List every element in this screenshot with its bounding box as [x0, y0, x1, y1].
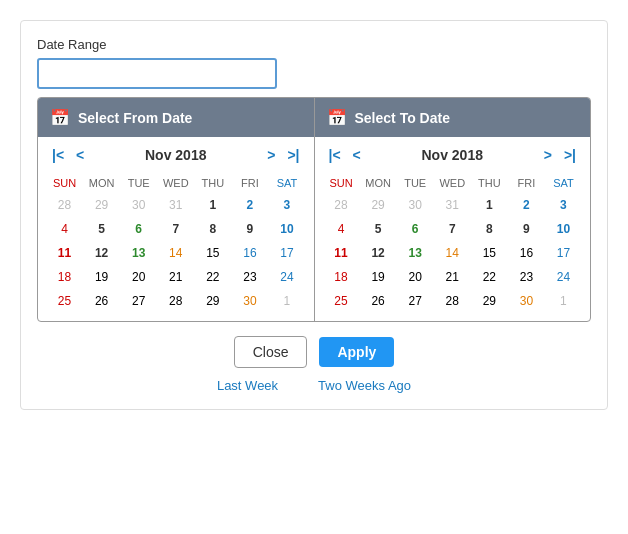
day-cell[interactable]: 12 [83, 241, 120, 265]
day-cell[interactable]: 18 [323, 265, 360, 289]
day-cell[interactable]: 30 [397, 193, 434, 217]
day-cell[interactable]: 5 [83, 217, 120, 241]
day-cell[interactable]: 14 [157, 241, 194, 265]
day-cell[interactable]: 31 [157, 193, 194, 217]
from-calendar-header: 📅 Select From Date [38, 98, 314, 137]
day-cell[interactable]: 29 [471, 289, 508, 313]
day-cell[interactable]: 1 [194, 193, 231, 217]
day-cell[interactable]: 29 [83, 193, 120, 217]
day-cell[interactable]: 20 [120, 265, 157, 289]
day-cell[interactable]: 13 [120, 241, 157, 265]
day-cell[interactable]: 15 [471, 241, 508, 265]
day-cell[interactable]: 27 [120, 289, 157, 313]
apply-button[interactable]: Apply [319, 337, 394, 367]
to-calendar-nav: |< < Nov 2018 > >| [315, 137, 591, 173]
to-calendar-icon: 📅 [327, 108, 347, 127]
day-cell[interactable]: 30 [120, 193, 157, 217]
day-cell[interactable]: 26 [83, 289, 120, 313]
day-cell[interactable]: 15 [194, 241, 231, 265]
day-cell[interactable]: 17 [268, 241, 305, 265]
day-cell[interactable]: 1 [268, 289, 305, 313]
to-calendar-header: 📅 Select To Date [315, 98, 591, 137]
day-cell[interactable]: 29 [360, 193, 397, 217]
date-range-input[interactable] [37, 58, 277, 89]
to-header-tue: TUE [397, 173, 434, 193]
to-header-mon: MON [360, 173, 397, 193]
to-next-year-btn[interactable]: >| [560, 145, 580, 165]
day-cell[interactable]: 2 [231, 193, 268, 217]
day-cell[interactable]: 6 [397, 217, 434, 241]
day-cell[interactable]: 28 [323, 193, 360, 217]
day-cell[interactable]: 13 [397, 241, 434, 265]
from-header-mon: MON [83, 173, 120, 193]
day-cell[interactable]: 25 [323, 289, 360, 313]
day-cell[interactable]: 3 [545, 193, 582, 217]
day-cell[interactable]: 24 [268, 265, 305, 289]
last-week-link[interactable]: Last Week [217, 378, 278, 393]
day-cell[interactable]: 22 [194, 265, 231, 289]
day-cell[interactable]: 30 [508, 289, 545, 313]
to-header-wed: WED [434, 173, 471, 193]
day-cell[interactable]: 10 [268, 217, 305, 241]
day-cell[interactable]: 16 [508, 241, 545, 265]
to-prev-month-btn[interactable]: < [349, 145, 365, 165]
day-cell[interactable]: 17 [545, 241, 582, 265]
day-cell[interactable]: 27 [397, 289, 434, 313]
to-prev-year-btn[interactable]: |< [325, 145, 345, 165]
from-header-wed: WED [157, 173, 194, 193]
from-nav-next-group: > >| [263, 145, 303, 165]
day-cell[interactable]: 11 [46, 241, 83, 265]
day-cell[interactable]: 29 [194, 289, 231, 313]
from-days-grid: 2829303112345678910111213141516171819202… [46, 193, 306, 313]
day-cell[interactable]: 2 [508, 193, 545, 217]
day-cell[interactable]: 1 [471, 193, 508, 217]
day-cell[interactable]: 10 [545, 217, 582, 241]
day-cell[interactable]: 8 [194, 217, 231, 241]
from-prev-year-btn[interactable]: |< [48, 145, 68, 165]
day-cell[interactable]: 5 [360, 217, 397, 241]
day-cell[interactable]: 9 [508, 217, 545, 241]
from-prev-month-btn[interactable]: < [72, 145, 88, 165]
from-next-month-btn[interactable]: > [263, 145, 279, 165]
from-day-headers: SUN MON TUE WED THU FRI SAT [46, 173, 306, 193]
day-cell[interactable]: 23 [508, 265, 545, 289]
from-next-year-btn[interactable]: >| [283, 145, 303, 165]
day-cell[interactable]: 7 [157, 217, 194, 241]
day-cell[interactable]: 26 [360, 289, 397, 313]
day-cell[interactable]: 12 [360, 241, 397, 265]
day-cell[interactable]: 4 [323, 217, 360, 241]
day-cell[interactable]: 23 [231, 265, 268, 289]
day-cell[interactable]: 24 [545, 265, 582, 289]
from-header-fri: FRI [231, 173, 268, 193]
day-cell[interactable]: 21 [157, 265, 194, 289]
day-cell[interactable]: 16 [231, 241, 268, 265]
day-cell[interactable]: 19 [83, 265, 120, 289]
day-cell[interactable]: 18 [46, 265, 83, 289]
to-nav-next-group: > >| [540, 145, 580, 165]
two-weeks-ago-link[interactable]: Two Weeks Ago [318, 378, 411, 393]
day-cell[interactable]: 9 [231, 217, 268, 241]
day-cell[interactable]: 22 [471, 265, 508, 289]
day-cell[interactable]: 6 [120, 217, 157, 241]
day-cell[interactable]: 14 [434, 241, 471, 265]
day-cell[interactable]: 28 [157, 289, 194, 313]
day-cell[interactable]: 4 [46, 217, 83, 241]
day-cell[interactable]: 31 [434, 193, 471, 217]
day-cell[interactable]: 25 [46, 289, 83, 313]
day-cell[interactable]: 3 [268, 193, 305, 217]
day-cell[interactable]: 28 [46, 193, 83, 217]
day-cell[interactable]: 30 [231, 289, 268, 313]
to-next-month-btn[interactable]: > [540, 145, 556, 165]
day-cell[interactable]: 19 [360, 265, 397, 289]
day-cell[interactable]: 7 [434, 217, 471, 241]
to-days-grid: 2829303112345678910111213141516171819202… [323, 193, 583, 313]
day-cell[interactable]: 28 [434, 289, 471, 313]
close-button[interactable]: Close [234, 336, 308, 368]
day-cell[interactable]: 8 [471, 217, 508, 241]
quick-links: Last Week Two Weeks Ago [37, 378, 591, 393]
day-cell[interactable]: 11 [323, 241, 360, 265]
day-cell[interactable]: 1 [545, 289, 582, 313]
day-cell[interactable]: 20 [397, 265, 434, 289]
day-cell[interactable]: 21 [434, 265, 471, 289]
to-nav-prev-group: |< < [325, 145, 365, 165]
